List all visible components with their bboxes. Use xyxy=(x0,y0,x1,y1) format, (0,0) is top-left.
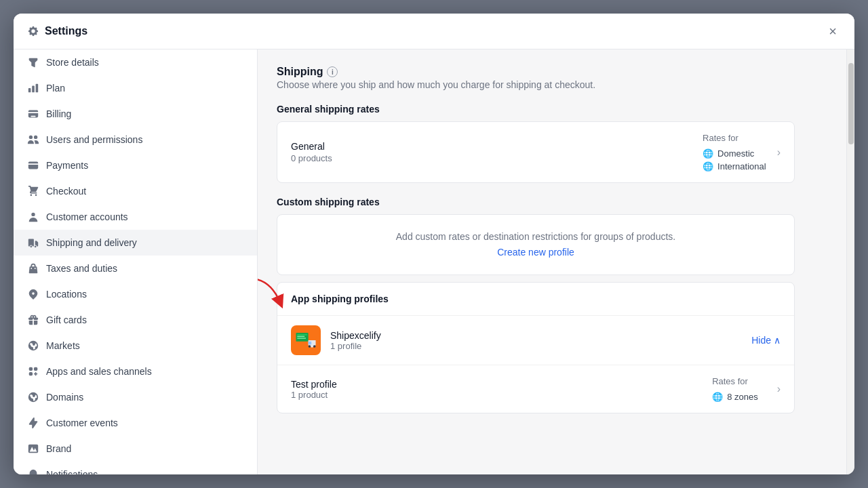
sidebar-label-customer-accounts: Customer accounts xyxy=(46,211,128,222)
sidebar-label-gift-cards: Gift cards xyxy=(46,314,87,325)
chevron-right-icon: › xyxy=(777,146,781,159)
general-rates-card: General 0 products Rates for 🌐 Domestic … xyxy=(277,121,795,183)
general-rates-right: Rates for 🌐 Domestic 🌐 International xyxy=(703,133,766,171)
sidebar-label-shipping: Shipping and delivery xyxy=(46,237,137,248)
create-profile-button[interactable]: Create new profile xyxy=(497,247,574,258)
general-rates-row[interactable]: General 0 products Rates for 🌐 Domestic … xyxy=(277,122,794,182)
svg-point-5 xyxy=(309,345,311,348)
app-row: Shipexcelify 1 profile Hide ∧ xyxy=(277,316,794,365)
section-header: Shipping i Choose where you ship and how… xyxy=(277,66,795,90)
sidebar-item-domains[interactable]: Domains xyxy=(14,384,257,410)
customer-icon xyxy=(27,211,39,223)
sidebar-item-store-details[interactable]: Store details xyxy=(14,49,257,75)
test-profile-row[interactable]: Test profile 1 product Rates for 🌐 8 zon… xyxy=(277,365,794,413)
section-title-row: Shipping i xyxy=(277,66,795,78)
globe-domestic-icon: 🌐 xyxy=(703,148,713,159)
main-content: Shipping i Choose where you ship and how… xyxy=(258,49,846,474)
rates-for-label: Rates for xyxy=(703,133,766,143)
app-icon xyxy=(291,325,321,355)
sidebar-item-apps[interactable]: Apps and sales channels xyxy=(14,359,257,384)
sidebar-item-payments[interactable]: Payments xyxy=(14,152,257,178)
sidebar-item-users[interactable]: Users and permissions xyxy=(14,127,257,152)
sidebar-label-domains: Domains xyxy=(46,392,83,403)
app-profiles-card: App shipping profiles xyxy=(277,282,795,413)
sidebar-item-locations[interactable]: Locations xyxy=(14,281,257,307)
store-icon xyxy=(27,56,39,68)
app-profiles-title: App shipping profiles xyxy=(291,293,781,304)
info-icon[interactable]: i xyxy=(327,66,338,77)
svg-rect-3 xyxy=(297,336,304,337)
sidebar-label-plan: Plan xyxy=(46,83,65,94)
domestic-rate: 🌐 Domestic xyxy=(703,148,766,159)
checkout-icon xyxy=(27,185,39,197)
profile-right: Rates for 🌐 8 zones xyxy=(712,376,758,402)
sidebar-item-notifications[interactable]: Notifications xyxy=(14,462,257,474)
app-icon-inner xyxy=(291,325,321,355)
hide-button[interactable]: Hide ∧ xyxy=(751,335,781,346)
custom-rates-text: Add custom rates or destination restrict… xyxy=(291,231,781,242)
shipping-icon xyxy=(27,237,39,249)
test-zones: 🌐 8 zones xyxy=(712,392,758,402)
domains-icon xyxy=(27,391,39,403)
sidebar-label-apps: Apps and sales channels xyxy=(46,366,152,377)
chevron-up-icon: ∧ xyxy=(774,335,781,346)
payments-icon xyxy=(27,159,39,171)
general-rates-title: General shipping rates xyxy=(277,104,795,115)
events-icon xyxy=(27,417,39,429)
section-subtitle: Choose where you ship and how much you c… xyxy=(277,79,795,90)
sidebar-label-taxes: Taxes and duties xyxy=(46,263,117,274)
section-title-text: Shipping xyxy=(277,66,323,78)
sidebar-label-store-details: Store details xyxy=(46,57,99,68)
test-profile-name: Test profile xyxy=(291,379,712,390)
sidebar-item-customer-accounts[interactable]: Customer accounts xyxy=(14,204,257,230)
sidebar-label-payments: Payments xyxy=(46,160,88,171)
general-rates-left: General 0 products xyxy=(291,141,703,163)
sidebar-item-markets[interactable]: Markets xyxy=(14,333,257,359)
markets-icon xyxy=(27,340,39,352)
app-profiles-count: 1 profile xyxy=(330,341,751,351)
zones-count: 8 zones xyxy=(727,392,758,402)
sidebar: Store details Plan Billing Users and per… xyxy=(14,49,258,474)
sidebar-label-locations: Locations xyxy=(46,289,87,300)
apps-icon xyxy=(27,365,39,378)
sidebar-item-billing[interactable]: Billing xyxy=(14,101,257,127)
scrollbar-track[interactable] xyxy=(846,49,854,474)
svg-rect-2 xyxy=(297,334,307,336)
sidebar-item-gift-cards[interactable]: Gift cards xyxy=(14,307,257,333)
header-left: Settings xyxy=(27,25,87,37)
svg-rect-4 xyxy=(297,338,306,338)
svg-rect-7 xyxy=(309,342,312,345)
gear-icon xyxy=(27,25,39,37)
sidebar-item-checkout[interactable]: Checkout xyxy=(14,178,257,204)
users-icon xyxy=(27,134,39,146)
domestic-label: Domestic xyxy=(717,148,754,159)
globe-international-icon: 🌐 xyxy=(703,161,713,171)
sidebar-label-billing: Billing xyxy=(46,108,71,119)
locations-icon xyxy=(27,288,39,300)
sidebar-label-markets: Markets xyxy=(46,340,80,351)
custom-rates-title: Custom shipping rates xyxy=(277,197,795,207)
app-profiles-header: App shipping profiles xyxy=(277,283,794,316)
test-rates-label: Rates for xyxy=(712,376,758,386)
app-info: Shipexcelify 1 profile xyxy=(330,330,751,351)
shipexcelify-icon-svg xyxy=(292,327,319,354)
billing-icon xyxy=(27,108,39,120)
scrollbar-thumb[interactable] xyxy=(848,63,854,144)
international-rate: 🌐 International xyxy=(703,161,766,171)
sidebar-item-brand[interactable]: Brand xyxy=(14,436,257,462)
globe-zones-icon: 🌐 xyxy=(712,392,723,402)
notifications-icon xyxy=(27,468,39,474)
taxes-icon xyxy=(27,262,39,274)
modal-title: Settings xyxy=(45,25,87,37)
brand-icon xyxy=(27,443,39,455)
sidebar-item-plan[interactable]: Plan xyxy=(14,75,257,101)
modal-header: Settings × xyxy=(14,14,854,49)
modal-body: Store details Plan Billing Users and per… xyxy=(14,49,854,474)
sidebar-label-notifications: Notifications xyxy=(46,469,98,474)
content-body: Shipping i Choose where you ship and how… xyxy=(258,49,814,430)
sidebar-item-customer-events[interactable]: Customer events xyxy=(14,410,257,436)
close-button[interactable]: × xyxy=(825,23,841,39)
sidebar-item-shipping[interactable]: Shipping and delivery xyxy=(14,230,257,256)
profile-left: Test profile 1 product xyxy=(291,379,712,400)
sidebar-item-taxes[interactable]: Taxes and duties xyxy=(14,256,257,281)
